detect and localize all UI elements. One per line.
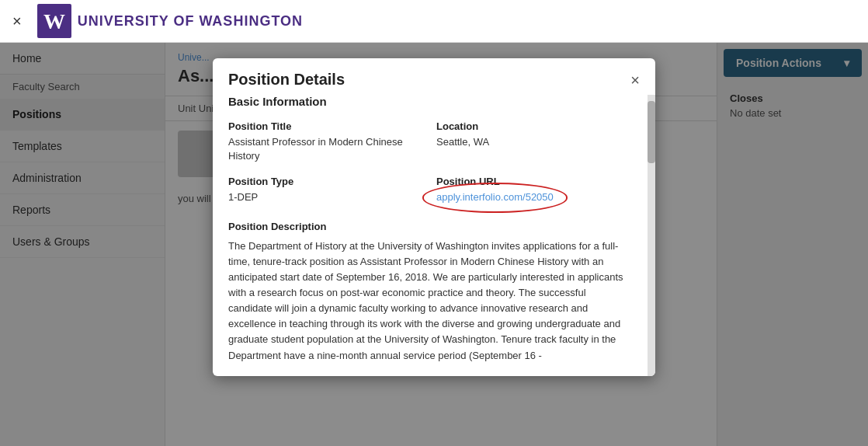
location-label: Location bbox=[436, 120, 632, 132]
uw-w-icon: W bbox=[37, 4, 71, 38]
modal-header: Position Details × bbox=[213, 58, 655, 95]
top-bar: × W UNIVERSITY of WASHINGTON bbox=[0, 0, 868, 43]
position-type-label: Position Type bbox=[228, 176, 424, 187]
modal-overlay: Position Details × Basic Information Pos… bbox=[0, 43, 868, 446]
position-url-label: Position URL bbox=[436, 176, 632, 187]
description-heading: Position Description bbox=[228, 221, 632, 232]
position-url-value: apply.interfolio.com/52050 bbox=[436, 190, 632, 204]
modal-scrollbar-thumb bbox=[648, 101, 655, 163]
modal-scrollbar[interactable] bbox=[648, 95, 655, 376]
position-details-modal: Position Details × Basic Information Pos… bbox=[213, 58, 655, 376]
main-layout: Home Faculty Search Positions Templates … bbox=[0, 43, 868, 446]
location-block: Location Seattle, WA bbox=[436, 120, 632, 163]
uw-logo: W UNIVERSITY of WASHINGTON bbox=[37, 4, 303, 38]
position-type-block: Position Type 1-DEP bbox=[228, 176, 424, 204]
description-text: The Department of History at the Univers… bbox=[228, 239, 632, 364]
position-type-value: 1-DEP bbox=[228, 190, 424, 204]
info-grid: Position Title Assistant Professor in Mo… bbox=[228, 120, 632, 205]
location-value: Seattle, WA bbox=[436, 135, 632, 149]
position-url-link[interactable]: apply.interfolio.com/52050 bbox=[436, 191, 554, 203]
position-url-block: Position URL apply.interfolio.com/52050 bbox=[436, 176, 632, 204]
url-highlight-wrapper: apply.interfolio.com/52050 bbox=[436, 190, 554, 204]
modal-body: Basic Information Position Title Assista… bbox=[213, 95, 648, 376]
topbar-close-icon[interactable]: × bbox=[12, 12, 22, 30]
basic-information-heading: Basic Information bbox=[228, 95, 632, 108]
modal-close-button[interactable]: × bbox=[630, 72, 640, 88]
modal-title: Position Details bbox=[228, 71, 345, 89]
position-title-label: Position Title bbox=[228, 120, 424, 132]
position-title-value: Assistant Professor in Modern Chinese Hi… bbox=[228, 135, 424, 163]
position-title-block: Position Title Assistant Professor in Mo… bbox=[228, 120, 424, 163]
uw-wordmark: UNIVERSITY of WASHINGTON bbox=[78, 13, 303, 30]
svg-text:W: W bbox=[43, 9, 65, 33]
